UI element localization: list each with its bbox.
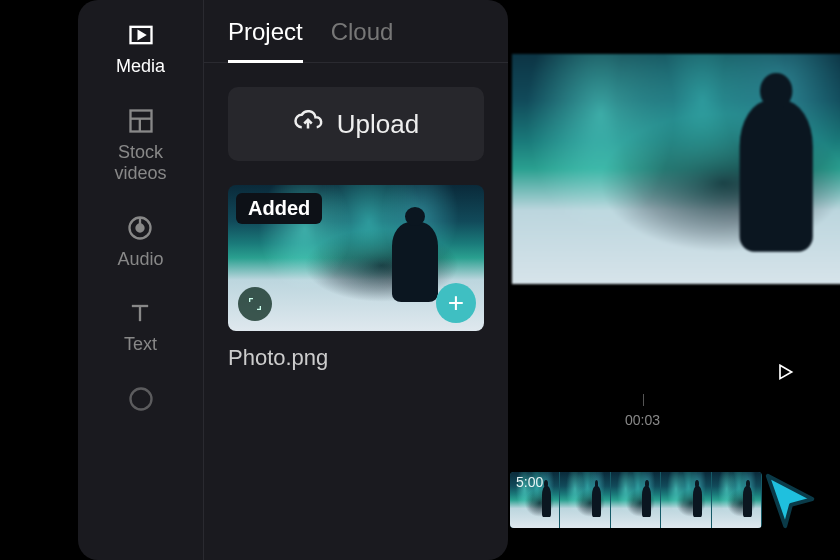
media-item[interactable]: Added + Photo.png [228, 185, 484, 371]
tab-project[interactable]: Project [228, 18, 303, 63]
expand-button[interactable] [238, 287, 272, 321]
sidebar-item-text[interactable]: Text [124, 298, 157, 356]
sidebar-label: Media [116, 56, 165, 78]
media-thumbnail: Added + [228, 185, 484, 331]
preview-viewport [512, 54, 840, 284]
more-icon [126, 384, 156, 414]
editor-panel: Media Stock videos Audio [78, 0, 508, 560]
cloud-upload-icon [293, 106, 323, 143]
sidebar-item-audio[interactable]: Audio [117, 213, 163, 271]
audio-icon [125, 213, 155, 243]
sidebar-item-stock-videos[interactable]: Stock videos [114, 106, 166, 185]
timeline-clip[interactable]: 5:00 [510, 472, 762, 528]
sidebar-item-media[interactable]: Media [116, 20, 165, 78]
upload-button[interactable]: Upload [228, 87, 484, 161]
media-filename: Photo.png [228, 345, 484, 371]
add-to-timeline-button[interactable]: + [436, 283, 476, 323]
stock-videos-icon [126, 106, 156, 136]
svg-point-5 [137, 224, 144, 231]
sidebar-label: Audio [117, 249, 163, 271]
upload-label: Upload [337, 109, 419, 140]
cursor-pointer-icon [760, 470, 822, 532]
added-badge: Added [236, 193, 322, 224]
sidebar-label: Stock videos [114, 142, 166, 185]
sidebar: Media Stock videos Audio [78, 0, 204, 560]
timeline-tick: 00:03 [625, 412, 660, 428]
sidebar-item-more[interactable] [126, 384, 156, 414]
sidebar-label: Text [124, 334, 157, 356]
svg-point-9 [130, 388, 151, 409]
tabs: Project Cloud [204, 18, 508, 63]
tab-cloud[interactable]: Cloud [331, 18, 394, 63]
clip-duration: 5:00 [516, 474, 543, 490]
play-button[interactable] [775, 362, 795, 386]
media-panel: Project Cloud Upload Added [204, 0, 508, 560]
text-icon [125, 298, 155, 328]
media-icon [126, 20, 156, 50]
